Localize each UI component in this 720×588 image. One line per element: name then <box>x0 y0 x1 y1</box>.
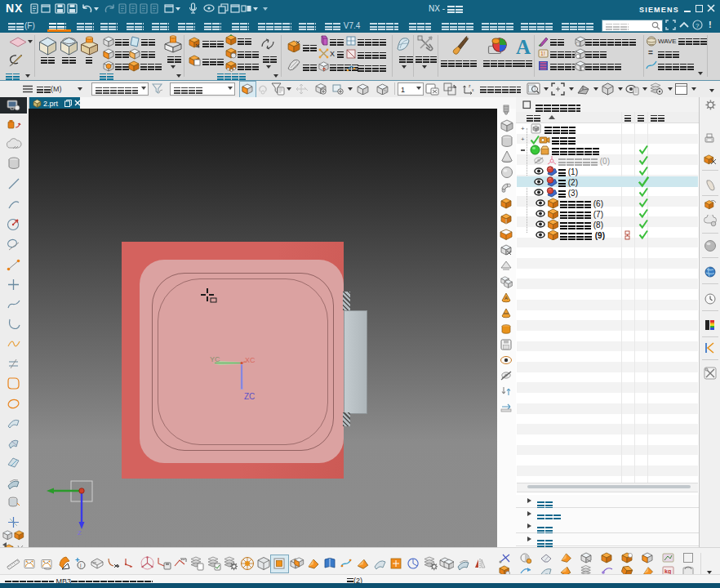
svg-text:?: ? <box>696 22 700 29</box>
svg-text:ZC: ZC <box>244 392 255 401</box>
svg-text:A: A <box>504 296 508 301</box>
svg-text:1!: 1! <box>540 51 545 56</box>
svg-text:z: z <box>469 83 471 88</box>
svg-text:x: x <box>472 87 474 92</box>
svg-text:Z: Z <box>78 529 82 537</box>
svg-text:XC: XC <box>245 357 256 364</box>
svg-text:O: O <box>577 42 580 47</box>
svg-text:YC: YC <box>210 357 220 363</box>
svg-text:i: i <box>80 563 82 568</box>
